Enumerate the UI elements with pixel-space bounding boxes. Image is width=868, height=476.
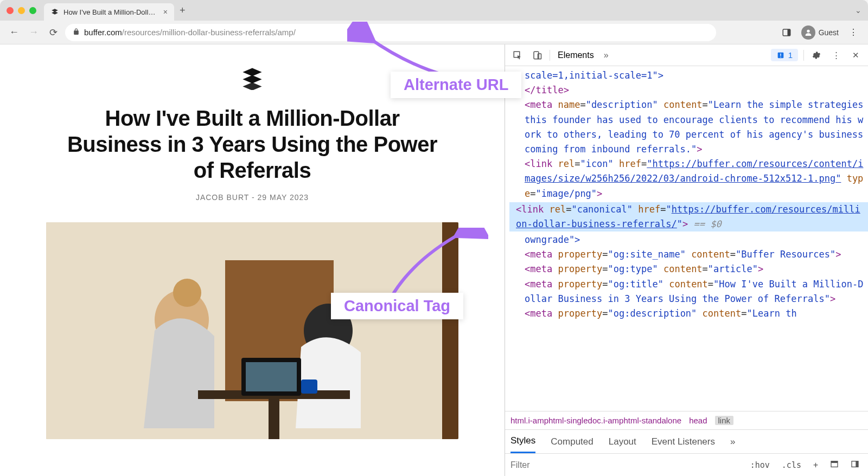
- url-domain: buffer.com: [84, 28, 122, 37]
- maximize-window-button[interactable]: [29, 7, 36, 14]
- code-line[interactable]: <meta property="og:description" content=…: [509, 306, 868, 321]
- svg-rect-8: [442, 222, 458, 439]
- devtools-panel: Elements » 1 ⋮ ✕ scale=1,initial-scale=1…: [505, 44, 868, 476]
- tabs-overflow-icon[interactable]: ⌄: [855, 6, 861, 15]
- svg-rect-25: [831, 461, 838, 462]
- profile-chip[interactable]: Guest: [801, 25, 839, 40]
- lock-icon: [73, 28, 80, 37]
- svg-marker-5: [242, 82, 261, 90]
- close-tab-icon[interactable]: ×: [163, 8, 168, 16]
- device-toolbar-icon[interactable]: [530, 48, 544, 62]
- svg-point-2: [807, 29, 809, 32]
- annotation-alternate-url: Alternate URL: [391, 72, 521, 98]
- code-line[interactable]: <link rel="icon" href="https://buffer.co…: [509, 157, 868, 201]
- page-content: How I've Built a Million-Dollar Business…: [0, 44, 505, 476]
- tab-layout[interactable]: Layout: [609, 431, 636, 453]
- tab-computed[interactable]: Computed: [551, 431, 593, 453]
- article-title: How I've Built a Million-Dollar Business…: [57, 105, 448, 183]
- styles-filter-row: :hov .cls +: [505, 453, 868, 476]
- reload-button[interactable]: ⟳: [46, 25, 61, 40]
- breadcrumb-html[interactable]: html.i-amphtml-singledoc.i-amphtml-stand…: [510, 416, 681, 425]
- issues-badge[interactable]: 1: [771, 49, 798, 61]
- url-path: /resources/million-dollar-business-refer…: [122, 28, 296, 37]
- hov-toggle[interactable]: :hov: [747, 459, 773, 471]
- buffer-favicon-icon: [50, 8, 59, 16]
- minimize-window-button[interactable]: [18, 7, 25, 14]
- back-button[interactable]: ←: [7, 25, 22, 40]
- computed-sidebar-icon[interactable]: [827, 459, 842, 472]
- svg-rect-21: [780, 53, 781, 56]
- kebab-menu-icon[interactable]: ⋮: [845, 24, 861, 41]
- svg-rect-1: [787, 29, 790, 36]
- code-line[interactable]: <meta name="description" content="Learn …: [509, 98, 868, 157]
- new-style-rule-icon[interactable]: +: [810, 459, 821, 471]
- issues-count: 1: [788, 50, 793, 60]
- annotation-canonical-tag: Canonical Tag: [331, 293, 463, 319]
- svg-rect-13: [269, 399, 279, 439]
- styles-tabs-overflow-icon[interactable]: »: [730, 431, 735, 453]
- tabs-overflow-icon[interactable]: »: [602, 45, 611, 66]
- styles-tabs: Styles Computed Layout Event Listeners »: [505, 429, 868, 453]
- toggle-sidebar-icon[interactable]: [847, 459, 863, 472]
- profile-label: Guest: [819, 28, 839, 37]
- code-line-selected[interactable]: <link rel="canonical" href="https://buff…: [509, 202, 868, 231]
- main-split: How I've Built a Million-Dollar Business…: [0, 44, 868, 476]
- styles-filter-input[interactable]: [510, 460, 742, 470]
- breadcrumb-link[interactable]: link: [715, 416, 734, 425]
- browser-tab[interactable]: How I've Built a Million-Dollar B ×: [44, 3, 174, 21]
- new-tab-button[interactable]: +: [180, 5, 186, 16]
- traffic-lights: [7, 7, 36, 14]
- tab-elements[interactable]: Elements: [556, 45, 596, 66]
- cls-toggle[interactable]: .cls: [778, 459, 805, 471]
- settings-icon[interactable]: [809, 48, 824, 62]
- svg-marker-4: [242, 75, 261, 83]
- toolbar-right: Guest ⋮: [778, 24, 861, 41]
- elements-tree[interactable]: scale=1,initial-scale=1"> </title> <meta…: [505, 66, 868, 411]
- tab-event-listeners[interactable]: Event Listeners: [652, 431, 715, 453]
- hero-image: [46, 222, 458, 439]
- svg-rect-22: [780, 56, 781, 57]
- code-line[interactable]: owngrade">: [509, 233, 868, 247]
- forward-button[interactable]: →: [26, 25, 41, 40]
- code-line[interactable]: scale=1,initial-scale=1">: [509, 68, 868, 83]
- close-window-button[interactable]: [7, 7, 14, 14]
- code-line[interactable]: <meta property="og:site_name" content="B…: [509, 247, 868, 262]
- close-devtools-icon[interactable]: ✕: [848, 48, 863, 62]
- buffer-logo[interactable]: [240, 66, 264, 92]
- code-line[interactable]: <meta property="og:title" content="How I…: [509, 277, 868, 306]
- breadcrumb-head[interactable]: head: [689, 416, 707, 425]
- svg-rect-16: [301, 379, 317, 394]
- article-byline: JACOB BURT - 29 MAY 2023: [196, 193, 309, 202]
- elements-breadcrumb: html.i-amphtml-singledoc.i-amphtml-stand…: [505, 411, 868, 429]
- devtools-toolbar: Elements » 1 ⋮ ✕: [505, 44, 868, 66]
- address-bar[interactable]: buffer.com/resources/million-dollar-busi…: [65, 24, 716, 41]
- svg-rect-15: [246, 362, 297, 391]
- tab-title: How I've Built a Million-Dollar B: [63, 8, 159, 16]
- inspect-element-icon[interactable]: [510, 48, 525, 62]
- window-titlebar: How I've Built a Million-Dollar B × + ⌄: [0, 0, 868, 21]
- browser-toolbar: ← → ⟳ buffer.com/resources/million-dolla…: [0, 21, 868, 44]
- code-line[interactable]: <meta property="og:type" content="articl…: [509, 262, 868, 276]
- svg-rect-27: [856, 461, 858, 467]
- svg-point-10: [173, 279, 201, 307]
- tab-styles[interactable]: Styles: [510, 430, 535, 453]
- code-line[interactable]: </title>: [509, 83, 868, 98]
- url-text: buffer.com/resources/million-dollar-busi…: [84, 28, 296, 37]
- side-panel-icon[interactable]: [778, 24, 795, 41]
- avatar-icon: [801, 25, 815, 40]
- svg-marker-3: [242, 68, 261, 76]
- kebab-menu-icon[interactable]: ⋮: [829, 48, 843, 62]
